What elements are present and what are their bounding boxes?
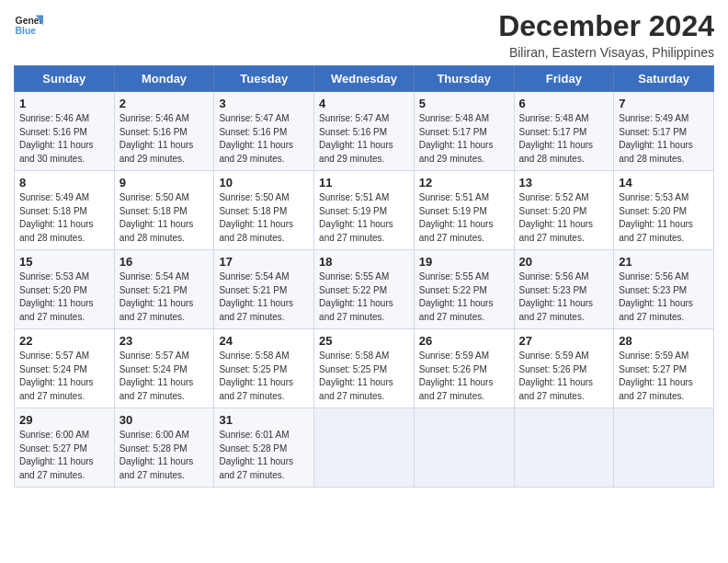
day-info: Sunrise: 5:54 AM Sunset: 5:21 PM Dayligh… [119,270,210,324]
day-info: Sunrise: 5:46 AM Sunset: 5:16 PM Dayligh… [119,112,210,166]
day-number: 16 [119,255,210,269]
calendar-table: SundayMondayTuesdayWednesdayThursdayFrid… [14,65,714,488]
day-number: 12 [419,176,509,190]
day-info: Sunrise: 5:53 AM Sunset: 5:20 PM Dayligh… [19,270,109,324]
day-info: Sunrise: 5:51 AM Sunset: 5:19 PM Dayligh… [419,191,509,245]
calendar-cell [314,408,415,488]
calendar-title: December 2024 [498,9,714,43]
day-info: Sunrise: 5:50 AM Sunset: 5:18 PM Dayligh… [219,191,309,245]
day-info: Sunrise: 5:56 AM Sunset: 5:23 PM Dayligh… [519,270,609,324]
calendar-cell: 20Sunrise: 5:56 AM Sunset: 5:23 PM Dayli… [514,250,614,329]
day-number: 21 [619,255,709,269]
header: General Blue December 2024 Biliran, East… [14,9,714,60]
calendar-cell: 25Sunrise: 5:58 AM Sunset: 5:25 PM Dayli… [314,329,415,408]
logo-icon: General Blue [14,9,43,39]
day-number: 17 [219,255,309,269]
calendar-cell: 21Sunrise: 5:56 AM Sunset: 5:23 PM Dayli… [614,250,714,329]
week-row-5: 29Sunrise: 6:00 AM Sunset: 5:27 PM Dayli… [15,408,714,488]
calendar-cell: 30Sunrise: 6:00 AM Sunset: 5:28 PM Dayli… [114,408,214,488]
day-number: 18 [319,255,409,269]
day-number: 23 [119,334,210,348]
day-number: 15 [19,255,109,269]
weekday-header-thursday: Thursday [414,66,514,92]
day-info: Sunrise: 5:57 AM Sunset: 5:24 PM Dayligh… [19,350,109,403]
day-number: 20 [519,255,609,269]
day-number: 10 [219,176,309,190]
week-row-4: 22Sunrise: 5:57 AM Sunset: 5:24 PM Dayli… [15,329,714,408]
day-number: 26 [419,334,509,348]
week-row-1: 1Sunrise: 5:46 AM Sunset: 5:16 PM Daylig… [15,92,714,171]
calendar-cell: 11Sunrise: 5:51 AM Sunset: 5:19 PM Dayli… [314,171,415,250]
day-info: Sunrise: 5:49 AM Sunset: 5:17 PM Dayligh… [619,112,709,166]
day-number: 13 [519,176,609,190]
day-info: Sunrise: 5:59 AM Sunset: 5:26 PM Dayligh… [519,350,609,403]
weekday-header-saturday: Saturday [614,66,714,92]
day-info: Sunrise: 5:58 AM Sunset: 5:25 PM Dayligh… [219,350,309,403]
day-info: Sunrise: 5:59 AM Sunset: 5:27 PM Dayligh… [619,350,709,403]
day-number: 6 [519,97,609,110]
day-number: 30 [119,413,210,427]
day-info: Sunrise: 5:56 AM Sunset: 5:23 PM Dayligh… [619,270,709,324]
day-number: 24 [219,334,309,348]
weekday-header-friday: Friday [514,66,614,92]
calendar-cell: 22Sunrise: 5:57 AM Sunset: 5:24 PM Dayli… [15,329,115,408]
calendar-cell: 23Sunrise: 5:57 AM Sunset: 5:24 PM Dayli… [114,329,214,408]
calendar-cell: 31Sunrise: 6:01 AM Sunset: 5:28 PM Dayli… [214,408,314,488]
day-number: 4 [319,97,409,110]
calendar-cell [414,408,514,488]
day-info: Sunrise: 5:53 AM Sunset: 5:20 PM Dayligh… [619,191,709,245]
day-number: 1 [19,97,109,110]
calendar-cell: 12Sunrise: 5:51 AM Sunset: 5:19 PM Dayli… [414,171,514,250]
weekday-header-tuesday: Tuesday [214,66,314,92]
calendar-cell: 2Sunrise: 5:46 AM Sunset: 5:16 PM Daylig… [114,92,214,171]
calendar-cell [614,408,714,488]
svg-text:Blue: Blue [16,26,37,36]
week-row-3: 15Sunrise: 5:53 AM Sunset: 5:20 PM Dayli… [15,250,714,329]
calendar-cell: 14Sunrise: 5:53 AM Sunset: 5:20 PM Dayli… [614,171,714,250]
day-info: Sunrise: 5:46 AM Sunset: 5:16 PM Dayligh… [19,112,109,166]
day-number: 3 [219,97,309,110]
calendar-cell: 16Sunrise: 5:54 AM Sunset: 5:21 PM Dayli… [114,250,214,329]
day-info: Sunrise: 6:01 AM Sunset: 5:28 PM Dayligh… [219,429,309,482]
weekday-header-monday: Monday [114,66,214,92]
day-info: Sunrise: 6:00 AM Sunset: 5:28 PM Dayligh… [119,429,210,482]
calendar-cell: 27Sunrise: 5:59 AM Sunset: 5:26 PM Dayli… [514,329,614,408]
calendar-cell: 15Sunrise: 5:53 AM Sunset: 5:20 PM Dayli… [15,250,115,329]
weekday-header-wednesday: Wednesday [314,66,415,92]
day-info: Sunrise: 5:55 AM Sunset: 5:22 PM Dayligh… [319,270,409,324]
day-info: Sunrise: 5:50 AM Sunset: 5:18 PM Dayligh… [119,191,210,245]
logo: General Blue [14,9,43,39]
day-number: 5 [419,97,509,110]
calendar-cell: 9Sunrise: 5:50 AM Sunset: 5:18 PM Daylig… [114,171,214,250]
weekday-header-row: SundayMondayTuesdayWednesdayThursdayFrid… [15,66,714,92]
day-info: Sunrise: 5:48 AM Sunset: 5:17 PM Dayligh… [519,112,609,166]
calendar-cell: 13Sunrise: 5:52 AM Sunset: 5:20 PM Dayli… [514,171,614,250]
day-number: 8 [19,176,109,190]
day-number: 22 [19,334,109,348]
day-info: Sunrise: 5:49 AM Sunset: 5:18 PM Dayligh… [19,191,109,245]
day-number: 25 [319,334,409,348]
day-info: Sunrise: 5:47 AM Sunset: 5:16 PM Dayligh… [319,112,409,166]
day-info: Sunrise: 5:51 AM Sunset: 5:19 PM Dayligh… [319,191,409,245]
day-number: 14 [619,176,709,190]
day-number: 27 [519,334,609,348]
title-area: December 2024 Biliran, Eastern Visayas, … [498,9,714,60]
calendar-cell: 19Sunrise: 5:55 AM Sunset: 5:22 PM Dayli… [414,250,514,329]
weekday-header-sunday: Sunday [15,66,115,92]
calendar-cell: 26Sunrise: 5:59 AM Sunset: 5:26 PM Dayli… [414,329,514,408]
calendar-cell: 28Sunrise: 5:59 AM Sunset: 5:27 PM Dayli… [614,329,714,408]
day-info: Sunrise: 5:47 AM Sunset: 5:16 PM Dayligh… [219,112,309,166]
day-info: Sunrise: 5:55 AM Sunset: 5:22 PM Dayligh… [419,270,509,324]
week-row-2: 8Sunrise: 5:49 AM Sunset: 5:18 PM Daylig… [15,171,714,250]
day-info: Sunrise: 5:57 AM Sunset: 5:24 PM Dayligh… [119,350,210,403]
calendar-cell: 24Sunrise: 5:58 AM Sunset: 5:25 PM Dayli… [214,329,314,408]
day-info: Sunrise: 5:58 AM Sunset: 5:25 PM Dayligh… [319,350,409,403]
day-info: Sunrise: 6:00 AM Sunset: 5:27 PM Dayligh… [19,429,109,482]
day-number: 29 [19,413,109,427]
calendar-cell: 8Sunrise: 5:49 AM Sunset: 5:18 PM Daylig… [15,171,115,250]
day-info: Sunrise: 5:48 AM Sunset: 5:17 PM Dayligh… [419,112,509,166]
calendar-cell: 18Sunrise: 5:55 AM Sunset: 5:22 PM Dayli… [314,250,415,329]
day-info: Sunrise: 5:59 AM Sunset: 5:26 PM Dayligh… [419,350,509,403]
day-number: 2 [119,97,210,110]
calendar-cell: 10Sunrise: 5:50 AM Sunset: 5:18 PM Dayli… [214,171,314,250]
